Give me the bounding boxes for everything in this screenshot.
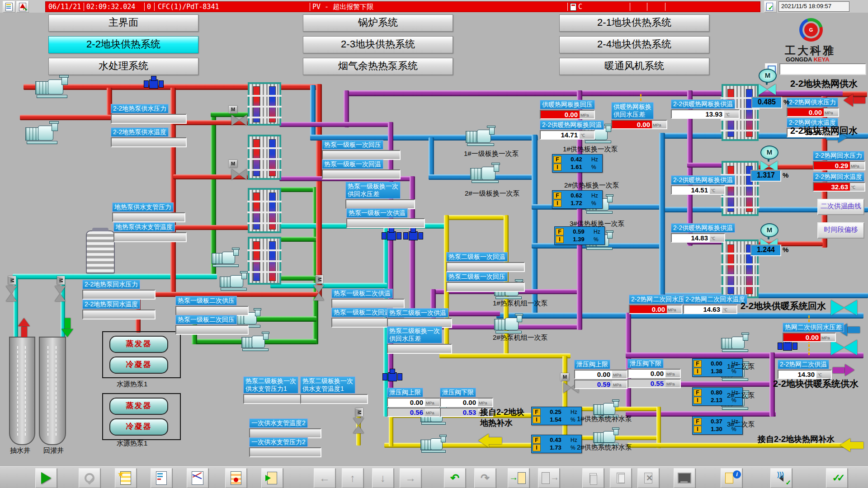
toolbar-audio-ack-button[interactable]: )))✓ [770,468,792,488]
motor-valve[interactable]: M [231,169,247,180]
heat-exchanger[interactable] [722,161,759,216]
solenoid-valve[interactable] [144,76,163,89]
valve-position-value[interactable]: 0.485 [751,97,782,108]
gauge-value[interactable]: 0.00MPa [387,398,440,407]
nav-boiler[interactable]: 锅炉系统 [303,14,453,32]
toolbar-exit-screen-button[interactable]: → [538,468,560,488]
time-offset-button[interactable]: 时间段偏移 [817,222,864,239]
pump[interactable] [212,248,240,267]
motor-valve[interactable]: M [55,286,66,301]
alarm-banner[interactable]: 06/11/21 02:09:32.024 0 CFC(1)/PdT-8341 … [45,1,760,12]
toolbar-undo-button[interactable]: ↶ [444,468,466,488]
gauge-value[interactable]: 0.29MPa [813,161,865,170]
nav-block-2-2[interactable]: 2-2地块供热系统 [48,36,198,53]
pump[interactable] [470,163,500,183]
toolbar-paste-button[interactable] [610,468,632,488]
toolbar-temperature-log-button[interactable] [225,468,247,488]
gauge-value[interactable]: 14.71℃ [540,130,595,140]
gauge-value[interactable]: 0.00MPa [574,370,627,379]
solenoid-valve[interactable] [382,369,401,382]
motor-valve[interactable]: M [353,418,364,433]
gauge-value[interactable]: 0.59MPa [574,380,627,389]
nav-block-2-1[interactable]: 2-1地块供热系统 [559,14,709,32]
drive-readout-fi3[interactable]: F0.59HzI1.39% [554,226,605,245]
gauge-value[interactable] [387,344,452,354]
solenoid-valve[interactable] [382,228,401,241]
toolbar-delete-button[interactable]: ✕ [637,468,659,488]
control-valve[interactable] [759,84,776,95]
toolbar-nav-up-button[interactable]: ↑ [342,468,363,488]
gauge-value[interactable]: 0.00MPa [611,120,667,129]
drive-readout-fi8[interactable]: F0.43HzI1.73% [531,435,582,453]
valve-position-value[interactable]: 1.317 [750,170,781,182]
gauge-value[interactable]: 0.00MPa [627,369,681,378]
gauge-value[interactable]: 0.00MPa [783,333,836,342]
gauge-value[interactable] [175,306,249,316]
toolbar-report-button[interactable] [151,468,172,488]
gauge-value[interactable]: 14.51℃ [671,185,725,195]
gauge-value[interactable] [249,428,321,438]
alarm-log-icon[interactable] [3,1,15,13]
toolbar-info-button[interactable]: i [721,468,742,488]
gauge-value[interactable]: 0.00MPa [540,110,595,119]
pump[interactable] [220,271,248,291]
gauge-value[interactable]: 0.00MPa [629,305,682,314]
screen-number-field[interactable] [779,63,866,75]
solenoid-valve[interactable] [403,228,422,241]
pump[interactable] [466,126,495,146]
pump[interactable] [494,314,523,333]
pump[interactable] [25,121,59,144]
gauge-value[interactable] [175,325,249,335]
secondary-supply-curve-button[interactable]: 二次供温曲线 [817,199,864,215]
isolation-valve[interactable] [831,340,857,355]
alarm-ack-icon[interactable]: ↷ [16,1,29,13]
gauge-value[interactable] [82,290,156,300]
gauge-value[interactable] [446,262,525,272]
heat-exchanger[interactable] [248,237,281,285]
toolbar-redo-button[interactable]: ↷ [474,468,496,488]
pump[interactable] [593,427,619,446]
heat-exchanger[interactable] [248,82,281,126]
toolbar-copy-button[interactable] [582,468,604,488]
gauge-value[interactable]: 0.56MPa [387,408,440,417]
heat-exchanger[interactable] [248,188,281,233]
drive-readout-fi2[interactable]: F0.62HzI1.72% [552,190,603,209]
drive-readout-fi7[interactable]: F0.25HzI1.54% [531,407,582,425]
water-source-heat-pump[interactable]: 蒸发器冷凝器 [102,393,181,440]
gauge-value[interactable] [111,137,187,147]
control-valve-motor[interactable]: M [760,145,778,160]
nav-main[interactable]: 主界面 [48,14,198,32]
toolbar-nav-left-button[interactable]: ← [314,468,335,488]
gauge-value[interactable]: 0.00MPa [440,398,493,407]
nav-block-2-3[interactable]: 2-3地块供热系统 [303,36,453,53]
toolbar-enter-screen-button[interactable]: → [508,468,529,488]
gauge-value[interactable]: 13.93℃ [671,109,740,119]
valve-position-value[interactable]: 1.244 [750,244,781,256]
gauge-value[interactable] [112,212,185,222]
motor-valve[interactable]: M [313,285,324,300]
gauge-value[interactable] [111,114,187,124]
gauge-value[interactable] [322,150,401,160]
confirm-button[interactable]: ✓ [764,1,777,13]
drive-readout-fi1[interactable]: F0.42HzI1.61% [552,154,603,173]
toolbar-trend-button[interactable] [187,468,208,488]
gauge-value[interactable] [345,199,415,209]
isolation-valve[interactable] [831,300,857,315]
nav-block-2-4[interactable]: 2-4地块供热系统 [559,36,709,53]
gauge-value[interactable] [82,310,156,319]
gauge-value[interactable]: 14.63℃ [683,305,737,314]
gauge-value[interactable] [249,447,321,457]
toolbar-alarm-summary-button[interactable]: ★ [115,468,137,488]
gauge-value[interactable]: 14.83℃ [671,233,725,243]
pump[interactable] [721,333,749,352]
gauge-value[interactable] [322,169,401,179]
toolbar-display-button[interactable] [674,468,695,488]
motor-valve[interactable]: M [231,115,247,126]
gauge-value[interactable]: 0.55MPa [627,379,681,388]
motor-valve[interactable]: M [6,286,17,301]
control-valve-motor[interactable]: M [759,69,777,83]
water-source-heat-pump[interactable]: 蒸发器冷凝器 [102,331,181,378]
gauge-value[interactable] [331,299,405,309]
gauge-value[interactable] [346,218,425,228]
pump[interactable] [420,435,447,453]
